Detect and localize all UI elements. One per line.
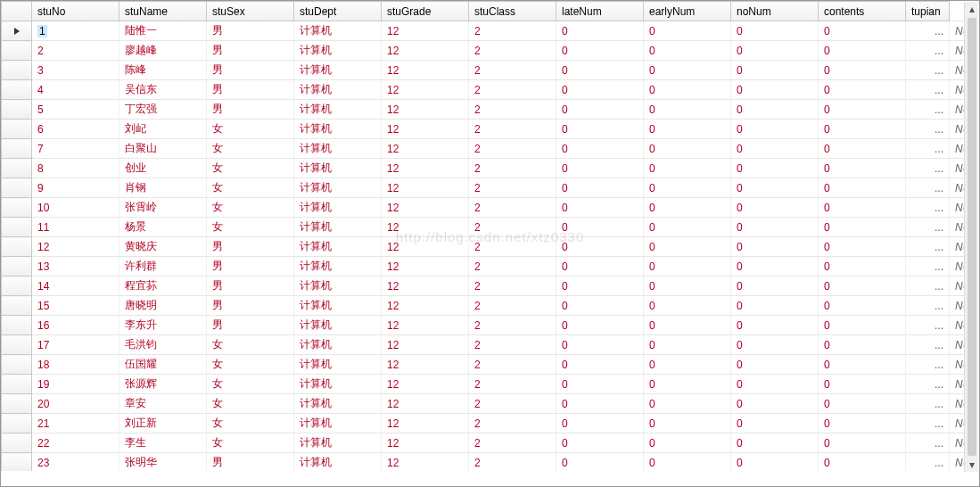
cell-stuClass[interactable]: 2	[469, 100, 556, 120]
row-header[interactable]	[2, 355, 32, 375]
cell-stuDept[interactable]: 计算机	[294, 80, 382, 100]
cell-noNum[interactable]: 0	[731, 355, 819, 375]
cell-contents-expand[interactable]: ...	[906, 198, 950, 218]
cell-stuSex[interactable]: 女	[207, 433, 294, 453]
cell-contents-expand[interactable]: ...	[906, 375, 950, 394]
cell-contents[interactable]: 0	[819, 414, 906, 433]
cell-stuGrade[interactable]: 12	[382, 414, 469, 433]
cell-earlyNum[interactable]: 0	[644, 375, 731, 394]
cell-stuClass[interactable]: 2	[469, 61, 556, 80]
cell-stuClass[interactable]: 2	[469, 80, 556, 100]
cell-lateNum[interactable]: 0	[556, 80, 644, 100]
cell-stuNo[interactable]: 4	[32, 80, 119, 100]
cell-stuName[interactable]: 毛洪钧	[119, 335, 207, 355]
cell-stuDept[interactable]: 计算机	[294, 453, 382, 472]
cell-contents[interactable]: 0	[819, 218, 906, 237]
cell-stuGrade[interactable]: 12	[382, 41, 469, 61]
cell-noNum[interactable]: 0	[731, 80, 819, 100]
row-header[interactable]	[2, 335, 32, 355]
cell-earlyNum[interactable]: 0	[644, 100, 731, 120]
cell-stuDept[interactable]: 计算机	[294, 296, 382, 316]
cell-earlyNum[interactable]: 0	[644, 218, 731, 237]
cell-stuClass[interactable]: 2	[469, 178, 556, 198]
cell-stuDept[interactable]: 计算机	[294, 316, 382, 335]
cell-stuSex[interactable]: 男	[207, 277, 294, 296]
cell-contents-expand[interactable]: ...	[906, 218, 950, 237]
cell-stuDept[interactable]: 计算机	[294, 394, 382, 414]
cell-contents[interactable]: 0	[819, 453, 906, 472]
cell-stuDept[interactable]: 计算机	[294, 100, 382, 120]
column-header-stuGrade[interactable]: stuGrade	[382, 2, 469, 21]
cell-stuSex[interactable]: 女	[207, 159, 294, 178]
scroll-thumb[interactable]	[968, 18, 976, 456]
cell-noNum[interactable]: 0	[731, 120, 819, 139]
cell-stuDept[interactable]: 计算机	[294, 414, 382, 433]
cell-earlyNum[interactable]: 0	[644, 178, 731, 198]
cell-lateNum[interactable]: 0	[556, 394, 644, 414]
cell-lateNum[interactable]: 0	[556, 178, 644, 198]
cell-noNum[interactable]: 0	[731, 178, 819, 198]
cell-earlyNum[interactable]: 0	[644, 21, 731, 41]
cell-stuSex[interactable]: 女	[207, 139, 294, 159]
cell-stuName[interactable]: 伍国耀	[119, 355, 207, 375]
cell-contents-expand[interactable]: ...	[906, 41, 950, 61]
table-row[interactable]: 3陈峰男计算机1220000...NULL	[2, 61, 968, 80]
table-row[interactable]: 5丁宏强男计算机1220000...NULL	[2, 100, 968, 120]
table-row[interactable]: 20章安女计算机1220000...NULL	[2, 394, 968, 414]
table-row[interactable]: 11杨景女计算机1220000...NULL	[2, 218, 968, 237]
cell-stuNo[interactable]: 3	[32, 61, 119, 80]
cell-stuName[interactable]: 唐晓明	[119, 296, 207, 316]
cell-earlyNum[interactable]: 0	[644, 414, 731, 433]
row-header[interactable]	[2, 100, 32, 120]
cell-contents-expand[interactable]: ...	[906, 296, 950, 316]
cell-lateNum[interactable]: 0	[556, 237, 644, 257]
table-row[interactable]: 2廖越峰男计算机1220000...NULL	[2, 41, 968, 61]
table-row[interactable]: 4吴信东男计算机1220000...NULL	[2, 80, 968, 100]
cell-stuClass[interactable]: 2	[469, 296, 556, 316]
cell-contents-expand[interactable]: ...	[906, 61, 950, 80]
cell-contents[interactable]: 0	[819, 257, 906, 277]
cell-stuNo[interactable]: 19	[32, 375, 119, 394]
cell-stuSex[interactable]: 女	[207, 355, 294, 375]
cell-contents[interactable]: 0	[819, 61, 906, 80]
cell-stuName[interactable]: 张霄岭	[119, 198, 207, 218]
cell-stuClass[interactable]: 2	[469, 316, 556, 335]
cell-stuNo[interactable]: 21	[32, 414, 119, 433]
cell-contents-expand[interactable]: ...	[906, 433, 950, 453]
cell-stuDept[interactable]: 计算机	[294, 41, 382, 61]
cell-stuDept[interactable]: 计算机	[294, 61, 382, 80]
cell-lateNum[interactable]: 0	[556, 316, 644, 335]
cell-contents[interactable]: 0	[819, 159, 906, 178]
cell-stuGrade[interactable]: 12	[382, 61, 469, 80]
cell-stuName[interactable]: 白聚山	[119, 139, 207, 159]
cell-contents-expand[interactable]: ...	[906, 257, 950, 277]
cell-noNum[interactable]: 0	[731, 375, 819, 394]
cell-stuSex[interactable]: 男	[207, 41, 294, 61]
cell-stuName[interactable]: 刘正新	[119, 414, 207, 433]
cell-stuDept[interactable]: 计算机	[294, 335, 382, 355]
cell-stuDept[interactable]: 计算机	[294, 355, 382, 375]
cell-earlyNum[interactable]: 0	[644, 61, 731, 80]
cell-contents[interactable]: 0	[819, 394, 906, 414]
cell-stuSex[interactable]: 女	[207, 218, 294, 237]
cell-lateNum[interactable]: 0	[556, 414, 644, 433]
row-header[interactable]	[2, 433, 32, 453]
cell-lateNum[interactable]: 0	[556, 61, 644, 80]
cell-stuSex[interactable]: 男	[207, 257, 294, 277]
cell-stuClass[interactable]: 2	[469, 21, 556, 41]
cell-contents[interactable]: 0	[819, 375, 906, 394]
cell-stuClass[interactable]: 2	[469, 257, 556, 277]
row-header[interactable]	[2, 159, 32, 178]
cell-contents-expand[interactable]: ...	[906, 277, 950, 296]
cell-stuNo[interactable]: 9	[32, 178, 119, 198]
cell-contents[interactable]: 0	[819, 355, 906, 375]
cell-earlyNum[interactable]: 0	[644, 257, 731, 277]
cell-stuName[interactable]: 李生	[119, 433, 207, 453]
cell-contents-expand[interactable]: ...	[906, 120, 950, 139]
cell-stuNo[interactable]: 13	[32, 257, 119, 277]
cell-stuGrade[interactable]: 12	[382, 257, 469, 277]
cell-stuClass[interactable]: 2	[469, 139, 556, 159]
cell-stuNo[interactable]: 16	[32, 316, 119, 335]
row-header[interactable]	[2, 394, 32, 414]
column-header-stuName[interactable]: stuName	[119, 2, 207, 21]
